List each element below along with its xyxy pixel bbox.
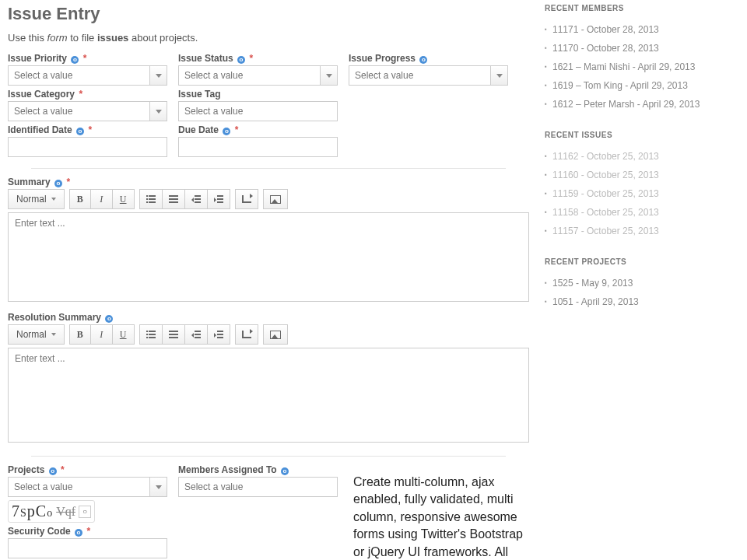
list-item[interactable]: 11157 - October 25, 2013 [545,222,739,240]
list-item[interactable]: 11170 - October 28, 2013 [545,39,739,58]
category-label: Issue Category * [8,89,167,100]
resolution-label: Resolution Summary o [8,312,529,323]
progress-select[interactable] [349,65,491,86]
recent-members-list: 11171 - October 28, 2013 11170 - October… [545,20,739,114]
priority-label: Issue Priority o * [8,53,167,64]
indent-icon [214,195,223,203]
italic-button[interactable]: I [91,189,113,209]
recent-issues-heading: RECENT ISSUES [545,131,739,139]
required-icon: * [83,53,87,64]
category-select[interactable] [8,101,150,121]
intro-text: Use this form to file issues about proje… [8,32,529,44]
link-button[interactable] [235,324,258,345]
list-ol-icon [169,331,178,338]
list-item[interactable]: 11159 - October 25, 2013 [545,184,739,203]
link-icon [242,195,251,203]
intro-strong: issues [97,32,128,44]
info-icon[interactable]: o [105,315,113,323]
summary-toolbar: Normal B I U [8,189,529,209]
divider [31,168,506,169]
list-ol-button[interactable] [163,189,185,209]
info-icon[interactable]: o [54,180,62,187]
format-normal-button[interactable]: Normal [8,324,65,345]
info-icon[interactable]: o [49,467,57,475]
list-item[interactable]: 1051 - April 29, 2013 [545,292,739,311]
projects-select[interactable] [8,477,150,497]
link-button[interactable] [235,189,258,209]
page-title: Issue Entry [8,4,529,24]
list-ol-button[interactable] [163,324,185,345]
list-item[interactable]: 11171 - October 28, 2013 [545,20,739,39]
required-icon: * [88,124,92,135]
list-item[interactable]: 1525 - May 9, 2013 [545,274,739,292]
list-ol-icon [169,195,178,203]
required-icon: * [66,177,70,187]
required-icon: * [86,526,90,537]
summary-editor[interactable] [8,212,529,302]
list-item[interactable]: 11160 - October 25, 2013 [545,166,739,184]
info-icon[interactable]: o [223,128,230,135]
chevron-down-icon[interactable] [321,65,338,86]
format-normal-button[interactable]: Normal [8,189,65,209]
bold-button[interactable]: B [69,189,91,209]
tag-label: Issue Tag [178,89,338,100]
image-icon [270,331,281,339]
tag-input[interactable] [178,101,338,121]
summary-label: Summary o * [8,177,529,187]
progress-label: Issue Progress o [349,53,508,64]
recent-members-heading: RECENT MEMBERS [545,4,739,12]
link-icon [242,331,251,338]
recent-projects-list: 1525 - May 9, 2013 1051 - April 29, 2013 [545,274,739,311]
list-item[interactable]: 1612 – Peter Marsh - April 29, 2013 [545,95,739,114]
indent-button[interactable] [208,324,230,345]
list-item[interactable]: 11158 - October 25, 2013 [545,203,739,222]
required-icon: * [249,53,253,64]
list-ul-button[interactable] [139,189,163,209]
status-select[interactable] [178,65,321,86]
outdent-button[interactable] [185,324,208,345]
info-icon[interactable]: o [76,128,84,135]
image-button[interactable] [263,324,288,345]
list-ul-icon [146,195,156,203]
list-ul-icon [146,331,156,338]
due-label: Due Date o * [178,124,338,135]
info-icon[interactable]: o [237,56,245,64]
identified-date-input[interactable] [8,137,167,157]
list-ul-button[interactable] [139,324,163,345]
chevron-down-icon[interactable] [150,65,167,86]
required-icon: * [235,124,239,135]
security-label: Security Code o * [8,526,342,537]
list-item[interactable]: 1621 – Mami Nishi - April 29, 2013 [545,58,739,76]
outdent-button[interactable] [185,189,208,209]
bold-button[interactable]: B [69,324,91,345]
intro-em: form [47,32,68,44]
members-input[interactable] [178,477,338,497]
resolution-editor[interactable] [8,348,529,443]
image-icon [270,195,281,204]
outdent-icon [191,195,201,203]
info-icon[interactable]: o [71,56,79,64]
info-icon[interactable]: o [75,529,82,537]
list-item[interactable]: 1619 – Tom King - April 29, 2013 [545,76,739,95]
due-date-input[interactable] [178,137,338,157]
chevron-down-icon[interactable] [150,477,167,497]
italic-button[interactable]: I [91,324,113,345]
underline-button[interactable]: U [113,189,135,209]
priority-select[interactable] [8,65,150,86]
info-icon[interactable]: o [281,467,289,475]
chevron-down-icon[interactable] [150,101,167,121]
recent-projects-heading: RECENT PROJECTS [545,257,739,266]
security-code-input[interactable] [8,538,167,558]
captcha-refresh-button[interactable]: ○ [79,506,91,518]
outdent-icon [191,331,201,338]
indent-icon [214,331,223,338]
projects-label: Projects o * [8,464,167,475]
underline-button[interactable]: U [113,324,135,345]
intro-post: about projects. [128,32,198,44]
identified-label: Identified Date o * [8,124,167,135]
list-item[interactable]: 11162 - October 25, 2013 [545,147,739,166]
chevron-down-icon[interactable] [491,65,508,86]
indent-button[interactable] [208,189,230,209]
info-icon[interactable]: o [419,56,427,64]
image-button[interactable] [263,189,288,209]
